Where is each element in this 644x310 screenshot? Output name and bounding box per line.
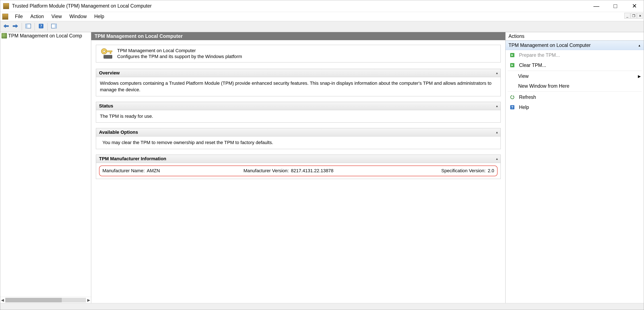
tree-node-label: TPM Management on Local Comp bbox=[8, 33, 82, 39]
show-hide-actions-button[interactable] bbox=[50, 22, 58, 31]
toolbar-separator bbox=[22, 23, 22, 30]
mdi-child-controls: _ ❐ ✕ bbox=[624, 13, 643, 19]
spec-version-value: 2.0 bbox=[488, 168, 494, 174]
menu-view[interactable]: View bbox=[48, 12, 66, 21]
section-header-mfr[interactable]: TPM Manufacturer Information ▲ bbox=[96, 155, 500, 163]
action-prepare-tpm[interactable]: Prepare the TPM... bbox=[506, 50, 644, 60]
action-new-window[interactable]: New Window from Here bbox=[506, 81, 644, 91]
scrollbar-thumb[interactable] bbox=[5, 298, 86, 303]
collapse-icon[interactable]: ▲ bbox=[496, 131, 498, 134]
action-label: Help bbox=[519, 105, 529, 110]
manufacturer-info-highlight: Manufacturer Name: AMZN Manufacturer Ver… bbox=[99, 165, 498, 176]
section-available-options: Available Options ▲ You may clear the TP… bbox=[96, 128, 501, 149]
show-hide-tree-button[interactable] bbox=[24, 22, 32, 31]
collapse-icon[interactable]: ▲ bbox=[496, 157, 498, 160]
go-arrow-icon bbox=[509, 52, 515, 58]
console-tree[interactable]: TPM Management on Local Comp ◀ ▶ bbox=[0, 32, 91, 303]
intro-title: TPM Management on Local Computer bbox=[117, 48, 497, 53]
actions-header: Actions bbox=[506, 32, 644, 41]
section-header-status[interactable]: Status ▲ bbox=[96, 102, 500, 110]
section-body-options: You may clear the TPM to remove ownershi… bbox=[96, 137, 500, 149]
section-title: Available Options bbox=[99, 130, 138, 135]
mdi-restore-button[interactable]: ❐ bbox=[631, 13, 636, 19]
action-label: Refresh bbox=[519, 94, 536, 100]
mmc-window: Trusted Platform Module (TPM) Management… bbox=[0, 0, 644, 310]
action-label: New Window from Here bbox=[518, 83, 570, 89]
action-refresh[interactable]: Refresh bbox=[506, 92, 644, 102]
mfr-name-value: AMZN bbox=[147, 168, 160, 174]
section-manufacturer-info: TPM Manufacturer Information ▲ Manufactu… bbox=[96, 155, 501, 179]
menubar: File Action View Window Help _ ❐ ✕ bbox=[0, 12, 644, 21]
help-icon: ? bbox=[38, 23, 44, 30]
mfr-name-label: Manufacturer Name: bbox=[102, 168, 145, 174]
actions-group-header[interactable]: TPM Management on Local Computer ▲ bbox=[506, 41, 644, 50]
svg-rect-5 bbox=[55, 24, 56, 28]
menu-help[interactable]: Help bbox=[90, 12, 108, 21]
menu-action[interactable]: Action bbox=[26, 12, 48, 21]
help-button[interactable]: ? bbox=[37, 22, 45, 31]
help-icon: ? bbox=[509, 104, 515, 110]
collapse-icon[interactable]: ▲ bbox=[496, 104, 498, 108]
actions-group-title: TPM Management on Local Computer bbox=[508, 42, 591, 48]
svg-rect-8 bbox=[106, 51, 112, 52]
section-header-overview[interactable]: Overview ▲ bbox=[96, 69, 500, 77]
tree-hscrollbar[interactable]: ◀ ▶ bbox=[0, 297, 91, 303]
section-title: TPM Manufacturer Information bbox=[99, 156, 166, 161]
svg-text:?: ? bbox=[40, 24, 42, 28]
result-body: TPM Management on Local Computer Configu… bbox=[91, 40, 505, 303]
mfr-version-label: Manufacturer Version: bbox=[244, 168, 289, 174]
intro-box: TPM Management on Local Computer Configu… bbox=[96, 45, 501, 62]
svg-rect-9 bbox=[110, 52, 111, 54]
svg-rect-1 bbox=[26, 24, 28, 28]
action-label: Prepare the TPM... bbox=[519, 52, 560, 58]
actions-divider bbox=[508, 71, 642, 71]
toolbar-separator bbox=[48, 23, 48, 30]
minimize-button[interactable]: ― bbox=[587, 0, 606, 12]
section-title: Overview bbox=[99, 70, 120, 75]
close-button[interactable]: ✕ bbox=[625, 0, 644, 12]
window-title: Trusted Platform Module (TPM) Management… bbox=[12, 3, 152, 9]
maximize-button[interactable]: □ bbox=[606, 0, 625, 12]
svg-text:?: ? bbox=[511, 106, 513, 109]
submenu-arrow-icon: ▶ bbox=[638, 74, 641, 79]
tree-node-tpm-root[interactable]: TPM Management on Local Comp bbox=[0, 32, 91, 39]
arrow-left-icon bbox=[3, 23, 10, 30]
section-body-overview: Windows computers containing a Trusted P… bbox=[96, 77, 500, 96]
actions-pane: Actions TPM Management on Local Computer… bbox=[506, 32, 644, 303]
action-help[interactable]: ? Help bbox=[506, 102, 644, 112]
section-overview: Overview ▲ Windows computers containing … bbox=[96, 69, 501, 96]
action-label: View bbox=[518, 73, 528, 79]
menu-window[interactable]: Window bbox=[66, 12, 90, 21]
collapse-icon[interactable]: ▲ bbox=[638, 44, 641, 47]
panel-tree-icon bbox=[25, 23, 31, 30]
titlebar[interactable]: Trusted Platform Module (TPM) Management… bbox=[0, 0, 644, 12]
mdi-close-button[interactable]: ✕ bbox=[637, 13, 643, 19]
action-label: Clear TPM... bbox=[519, 62, 546, 68]
workspace: TPM Management on Local Comp ◀ ▶ TPM Man… bbox=[0, 32, 644, 303]
nav-forward-button[interactable] bbox=[11, 22, 20, 31]
action-view[interactable]: View ▶ bbox=[506, 71, 644, 81]
nav-back-button[interactable] bbox=[2, 22, 10, 31]
mdi-minimize-button[interactable]: _ bbox=[624, 13, 630, 19]
section-body-status: The TPM is ready for use. bbox=[96, 110, 500, 123]
mfr-version-value: 8217.4131.22.13878 bbox=[291, 168, 334, 174]
svg-point-7 bbox=[103, 50, 105, 52]
action-clear-tpm[interactable]: Clear TPM... bbox=[506, 60, 644, 70]
arrow-right-icon bbox=[12, 23, 19, 30]
mmc-console-icon bbox=[2, 14, 8, 19]
scroll-right-icon[interactable]: ▶ bbox=[87, 298, 90, 303]
section-header-options[interactable]: Available Options ▲ bbox=[96, 128, 500, 137]
tpm-chip-icon bbox=[2, 33, 7, 38]
app-icon bbox=[3, 3, 9, 9]
window-controls: ― □ ✕ bbox=[587, 0, 644, 12]
refresh-icon bbox=[509, 94, 515, 100]
result-header: TPM Management on Local Computer bbox=[91, 32, 505, 40]
collapse-icon[interactable]: ▲ bbox=[496, 71, 498, 75]
menu-file[interactable]: File bbox=[11, 12, 26, 21]
section-title: Status bbox=[99, 103, 113, 109]
tpm-key-icon bbox=[100, 47, 113, 59]
scroll-left-icon[interactable]: ◀ bbox=[1, 298, 4, 303]
toolbar: ? bbox=[0, 21, 644, 32]
panel-actions-icon bbox=[51, 23, 57, 30]
intro-desc: Configures the TPM and its support by th… bbox=[117, 54, 497, 59]
